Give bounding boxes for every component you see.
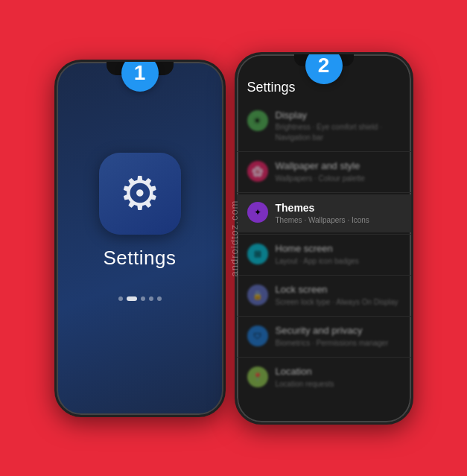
wallpaper-icon: 🌸 [247,161,268,182]
display-text: Display Brightness · Eye comfort shield … [276,110,401,144]
settings-splash-label: Settings [104,247,177,270]
phones-container: 1 ⚙ Settings 2 Settings ☀ [54,52,413,425]
location-icon: 📍 [247,366,268,387]
divider2 [237,192,411,193]
phone1-content: ⚙ Settings [57,62,223,415]
divider6 [237,357,411,358]
security-icon: 🛡 [247,326,268,346]
divider3 [237,234,411,235]
dot-2-active [127,296,137,301]
phone2-content: Settings ☀ Display Brightness · Eye comf… [237,54,411,422]
dot-5 [157,296,162,301]
location-title: Location [276,366,401,378]
wallpaper-text: Wallpaper and style Wallpapers · Colour … [276,160,401,184]
security-text: Security and privacy Biometrics · Permis… [276,325,401,349]
display-icon: ☀ [247,110,268,131]
display-subtitle: Brightness · Eye comfort shield · Naviga… [276,122,401,143]
security-subtitle: Biometrics · Permissions manager [276,338,401,349]
homescreen-subtitle: Layout · App icon badges [276,256,401,267]
lockscreen-title: Lock screen [276,284,401,296]
themes-title: Themes [276,201,401,215]
phone1: 1 ⚙ Settings [54,60,226,417]
settings-item-security[interactable]: 🛡 Security and privacy Biometrics · Perm… [237,318,411,355]
dot-4 [149,296,153,301]
divider1 [237,151,411,152]
display-title: Display [276,110,401,122]
lockscreen-text: Lock screen Screen lock type · Always On… [276,284,401,308]
dots-indicator [118,296,162,301]
settings-item-homescreen[interactable]: ⊞ Home screen Layout · App icon badges [237,236,411,273]
settings-item-wallpaper[interactable]: 🌸 Wallpaper and style Wallpapers · Colou… [237,153,411,191]
settings-item-themes[interactable]: ✦ Themes Themes · Wallpapers · Icons [237,194,411,232]
dot-3 [141,296,145,301]
settings-list: ☀ Display Brightness · Eye comfort shiel… [237,103,411,397]
security-title: Security and privacy [276,325,401,337]
themes-subtitle: Themes · Wallpapers · Icons [276,215,401,226]
gear-icon: ⚙ [119,171,161,217]
location-text: Location Location requests [276,366,401,390]
dot-1 [118,296,123,301]
settings-item-display[interactable]: ☀ Display Brightness · Eye comfort shiel… [237,103,411,150]
homescreen-icon: ⊞ [247,244,268,264]
themes-icon: ✦ [247,202,268,223]
settings-item-location[interactable]: 📍 Location Location requests [237,359,411,396]
homescreen-text: Home screen Layout · App icon badges [276,243,401,267]
settings-item-lockscreen[interactable]: 🔒 Lock screen Screen lock type · Always … [237,277,411,314]
settings-icon-background: ⚙ [99,153,181,235]
lockscreen-icon: 🔒 [247,285,268,305]
phone2: 2 Settings ☀ Display Brightness · Eye co… [235,52,413,425]
divider4 [237,275,411,276]
themes-text: Themes Themes · Wallpapers · Icons [276,201,401,226]
wallpaper-subtitle: Wallpapers · Colour palette [276,174,401,184]
location-subtitle: Location requests [276,379,401,390]
divider5 [237,316,411,317]
lockscreen-subtitle: Screen lock type · Always On Display [276,297,401,308]
wallpaper-title: Wallpaper and style [276,160,401,173]
homescreen-title: Home screen [276,243,401,256]
